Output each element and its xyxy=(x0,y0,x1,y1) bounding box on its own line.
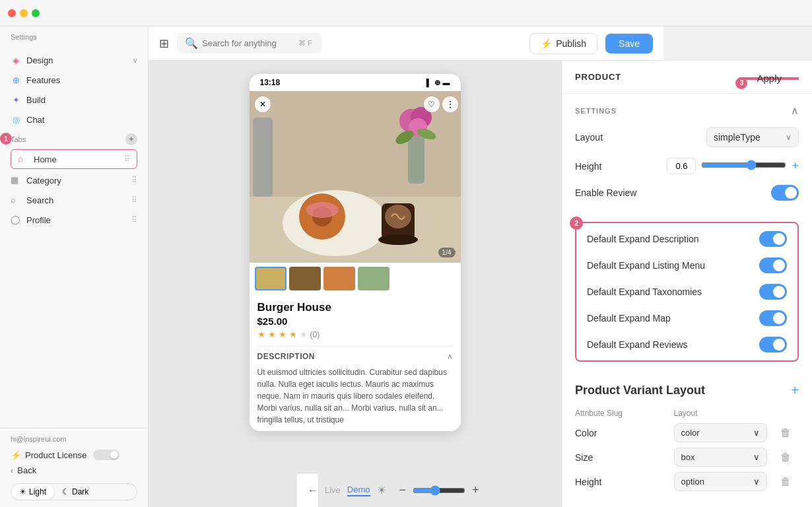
features-icon: ⊕ xyxy=(11,75,21,85)
light-label: Light xyxy=(29,487,46,496)
product-image-svg xyxy=(250,91,461,263)
dark-theme-button[interactable]: ☾ Dark xyxy=(54,484,96,500)
search-nav-icon: ⌕ xyxy=(11,195,21,205)
variant-header: Product Variant Layout + xyxy=(575,383,799,398)
collapse-icon[interactable]: ∧ xyxy=(791,104,799,117)
height-layout-value: option xyxy=(681,477,704,487)
add-tab-button[interactable]: + xyxy=(125,133,137,145)
expand-map-toggle[interactable] xyxy=(759,310,787,326)
enable-review-toggle[interactable] xyxy=(771,185,799,201)
thumbnail-1[interactable] xyxy=(255,267,287,290)
layout-value: simpleType xyxy=(714,132,761,143)
color-layout-dropdown[interactable]: color ∨ xyxy=(674,423,768,442)
variant-add-button[interactable]: + xyxy=(791,383,799,398)
layout-dropdown[interactable]: simpleType ∨ xyxy=(706,127,799,147)
expand-reviews-label: Default Expand Reviews xyxy=(587,339,688,350)
delete-color-button[interactable]: 🗑 xyxy=(772,427,799,439)
tab-category[interactable]: ▦ Category ⠿ xyxy=(0,170,148,190)
battery-icon: ▬ xyxy=(443,79,450,86)
color-dropdown-arrow-icon: ∨ xyxy=(753,428,760,438)
lightning-icon: ⚡ xyxy=(11,450,21,460)
right-panel: PRODUCT 3 Apply SETTINGS ∧ xyxy=(561,61,812,507)
height-input[interactable]: 0.6 xyxy=(667,158,696,174)
home-tab-label: Home xyxy=(34,154,119,164)
phone-frame: 13:18 ▌ ⊕ ▬ xyxy=(250,74,461,431)
light-theme-button[interactable]: ☀ Light xyxy=(11,484,54,500)
expand-listing-row: Default Expand Listing Menu xyxy=(587,257,787,273)
favorite-button[interactable]: ♡ xyxy=(424,96,440,112)
expand-description-toggle[interactable] xyxy=(759,231,787,247)
sidebar-item-chat[interactable]: ◎ Chat xyxy=(0,110,148,129)
theme-switcher[interactable]: ☀ Light ☾ Dark xyxy=(11,483,137,500)
apply-button[interactable]: 3 Apply xyxy=(739,77,799,80)
moon-icon: ☾ xyxy=(62,487,69,496)
height-slider[interactable] xyxy=(701,160,786,170)
image-counter: 1/4 xyxy=(438,248,456,257)
star-5: ★ xyxy=(300,329,308,339)
expand-reviews-toggle[interactable] xyxy=(759,337,787,353)
product-license-label: Product License xyxy=(25,450,86,460)
delete-height-button[interactable]: 🗑 xyxy=(772,476,799,488)
search-shortcut: ⌘ F xyxy=(298,39,312,48)
expand-taxonomies-toggle[interactable] xyxy=(759,284,787,300)
close-image-button[interactable]: ✕ xyxy=(255,96,271,112)
layout-col-header: Layout xyxy=(674,409,768,418)
delete-size-button[interactable]: 🗑 xyxy=(772,452,799,463)
save-button[interactable]: Save xyxy=(605,34,653,53)
product-license-button[interactable]: ⚡ Product License xyxy=(11,447,137,463)
sidebar-item-design[interactable]: ◈ Design ∨ xyxy=(0,50,148,70)
zoom-plus-icon[interactable]: + xyxy=(472,483,479,497)
zoom-minus-icon[interactable]: − xyxy=(399,483,407,497)
tab-home[interactable]: ⌂ Home ⠿ xyxy=(11,149,137,169)
drag-handle-icon: ⠿ xyxy=(131,215,137,224)
description-header[interactable]: DESCRIPTION ∧ xyxy=(257,346,453,366)
expand-taxonomies-row: Default Expand Taxonomies xyxy=(587,284,787,300)
height-layout-dropdown[interactable]: option ∨ xyxy=(674,472,768,491)
back-button[interactable]: ‹ Back xyxy=(11,463,137,478)
tab-search[interactable]: ⌕ Search ⠿ xyxy=(0,190,148,210)
thumbnail-4[interactable] xyxy=(358,267,389,290)
expand-taxonomies-label: Default Expand Taxonomies xyxy=(587,287,702,297)
preview-back-icon[interactable]: ← xyxy=(308,485,318,496)
chat-label: Chat xyxy=(26,115,137,125)
more-options-button[interactable]: ⋮ xyxy=(442,96,458,112)
zoom-slider[interactable] xyxy=(413,485,465,496)
thumbnail-2[interactable] xyxy=(289,267,321,290)
expand-reviews-row: Default Expand Reviews xyxy=(587,337,787,353)
enable-review-row: Enable Review xyxy=(575,185,799,201)
size-layout-dropdown[interactable]: box ∨ xyxy=(674,448,768,467)
demo-mode-label[interactable]: Demo xyxy=(347,485,370,496)
grid-menu-icon[interactable]: ⊞ xyxy=(159,36,169,51)
star-1: ★ xyxy=(257,329,265,339)
search-input[interactable] xyxy=(202,38,294,48)
thumbnail-3[interactable] xyxy=(323,267,355,290)
height-plus-icon[interactable]: + xyxy=(792,159,799,173)
expand-listing-toggle[interactable] xyxy=(759,257,787,273)
apply-badge: 3 xyxy=(735,77,747,89)
attribute-col-header: Attribute Slug xyxy=(575,409,669,418)
sidebar-item-build[interactable]: ✦ Build xyxy=(0,90,148,110)
search-bar[interactable]: 🔍 ⌘ F xyxy=(177,33,322,53)
profile-icon: ◯ xyxy=(11,215,21,225)
sidebar-item-features[interactable]: ⊕ Features xyxy=(0,70,148,90)
live-mode-label[interactable]: Live xyxy=(325,485,341,495)
signal-icon: ▌ xyxy=(426,79,432,86)
plus-icon: + xyxy=(129,135,133,144)
color-layout-value: color xyxy=(681,428,700,438)
fullscreen-button[interactable] xyxy=(32,9,40,17)
profile-tab-label: Profile xyxy=(26,215,126,225)
description-chevron-icon: ∧ xyxy=(447,352,453,361)
publish-button[interactable]: ⚡ Publish xyxy=(529,33,597,54)
traffic-lights xyxy=(8,9,40,17)
tab-profile[interactable]: ◯ Profile ⠿ xyxy=(0,210,148,230)
variant-column-headers: Attribute Slug Layout xyxy=(575,409,799,418)
description-section: DESCRIPTION ∧ Ut euismod ultricies solli… xyxy=(250,346,461,431)
height-row: Height 0.6 + xyxy=(575,158,799,174)
height-label: Height xyxy=(575,161,601,172)
settings-section: SETTINGS ∧ Layout simpleType ∨ xyxy=(562,94,812,222)
minimize-button[interactable] xyxy=(20,9,28,17)
close-button[interactable] xyxy=(8,9,16,17)
color-attribute: Color xyxy=(575,428,669,438)
height-attribute: Height xyxy=(575,477,669,487)
expand-map-label: Default Expand Map xyxy=(587,313,671,323)
